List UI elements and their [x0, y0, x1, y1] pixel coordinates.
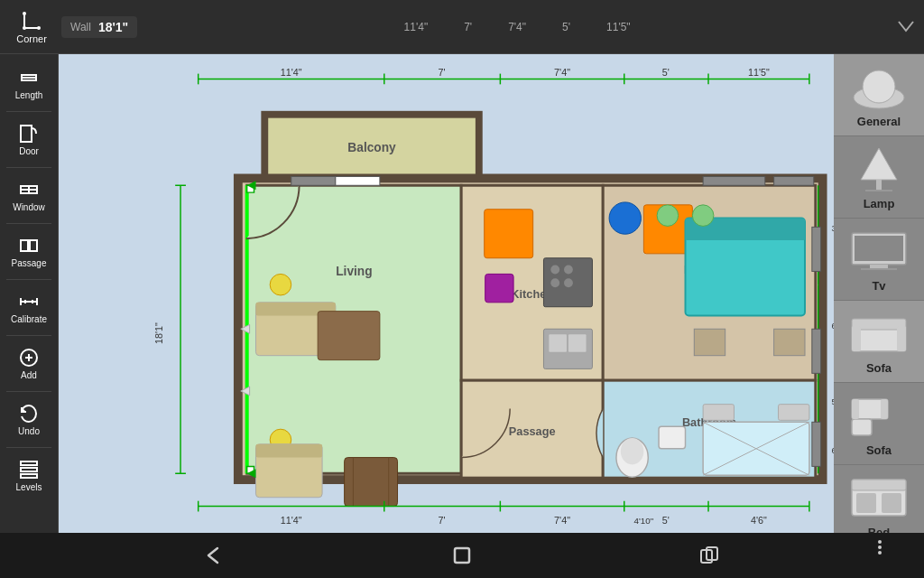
panel-item-sofa2[interactable]: Sofa [834, 383, 924, 465]
calibrate-tool[interactable]: Calibrate [3, 285, 55, 330]
svg-text:5': 5' [662, 515, 670, 526]
svg-text:11'4": 11'4" [281, 515, 302, 526]
svg-rect-125 [812, 422, 821, 466]
svg-rect-147 [856, 493, 876, 513]
wall-indicator: Wall 18'1" [61, 16, 137, 38]
svg-rect-148 [882, 493, 901, 513]
undo-tool[interactable]: Undo [3, 397, 55, 442]
svg-rect-9 [21, 240, 28, 251]
svg-text:11'5": 11'5" [748, 67, 770, 78]
svg-point-1 [23, 26, 26, 30]
panel-item-bed[interactable]: Bed [834, 465, 924, 533]
svg-point-156 [878, 545, 882, 549]
levels-tool[interactable]: Levels [3, 453, 55, 498]
tv-shape [847, 226, 910, 275]
svg-rect-123 [812, 227, 821, 271]
svg-rect-60 [345, 458, 398, 507]
svg-rect-79 [694, 329, 725, 355]
divider2 [6, 167, 51, 168]
svg-rect-144 [881, 399, 888, 419]
panel-item-general[interactable]: General [834, 54, 924, 136]
left-sidebar: Length Door Window Passage [0, 54, 59, 533]
svg-rect-146 [852, 480, 906, 490]
add-tool[interactable]: Add [3, 341, 55, 386]
lamp-shape [847, 144, 910, 193]
svg-text:18'1": 18'1" [153, 322, 164, 344]
svg-point-83 [621, 438, 644, 464]
divider7 [6, 447, 51, 448]
bed-shape [847, 472, 910, 522]
svg-point-55 [270, 274, 291, 295]
svg-point-66 [550, 266, 559, 275]
svg-rect-139 [852, 326, 861, 351]
svg-rect-63 [485, 274, 513, 302]
svg-rect-20 [21, 468, 37, 471]
bottom-nav-bar [0, 533, 924, 578]
svg-rect-10 [30, 240, 37, 251]
panel-item-tv[interactable]: Tv [834, 219, 924, 301]
window-tool[interactable]: Window [3, 173, 55, 218]
svg-text:7'4": 7'4" [554, 67, 570, 78]
panel-item-sofa1[interactable]: Sofa [834, 301, 924, 383]
svg-rect-64 [485, 210, 533, 258]
svg-point-73 [609, 202, 641, 234]
svg-rect-72 [568, 334, 587, 352]
top-toolbar: Corner Wall 18'1" 11'4" 7' 7'4" 5' 11'5" [0, 0, 924, 54]
svg-rect-89 [779, 405, 809, 421]
top-dimension-bar: 11'4" 7' 7'4" 5' 11'5" [137, 21, 897, 33]
recents-button[interactable] [679, 536, 741, 575]
svg-rect-80 [774, 329, 805, 355]
svg-rect-134 [855, 236, 903, 261]
main-content: Length Door Window Passage [0, 54, 924, 533]
svg-text:4'6": 4'6" [751, 515, 767, 526]
floor-plan-canvas[interactable]: 11'4" 7' 7'4" 5' 11'5" [59, 54, 834, 533]
divider5 [6, 335, 51, 336]
svg-point-68 [550, 278, 559, 287]
length-tool[interactable]: Length [3, 61, 55, 106]
svg-rect-5 [21, 126, 32, 142]
door-tool[interactable]: Door [3, 117, 55, 162]
divider6 [6, 391, 51, 392]
svg-text:7'4": 7'4" [554, 515, 570, 526]
svg-rect-121 [703, 176, 765, 185]
svg-rect-19 [21, 461, 37, 465]
home-button[interactable] [431, 536, 493, 575]
back-button[interactable] [183, 536, 245, 575]
right-panel: General Lamp Tv [834, 54, 924, 533]
panel-item-lamp[interactable]: Lamp [834, 136, 924, 219]
svg-rect-120 [336, 176, 380, 185]
svg-rect-21 [21, 474, 37, 478]
general-shape [847, 61, 910, 111]
passage-tool[interactable]: Passage [3, 229, 55, 274]
svg-rect-152 [455, 548, 469, 563]
svg-rect-142 [852, 419, 872, 435]
svg-marker-130 [861, 148, 897, 180]
svg-text:7': 7' [439, 515, 446, 526]
svg-rect-143 [852, 399, 859, 419]
svg-text:5': 5' [662, 67, 670, 78]
svg-rect-71 [549, 334, 567, 352]
svg-text:4'10": 4'10" [634, 516, 654, 526]
svg-text:11'4": 11'4" [281, 67, 302, 78]
more-button[interactable] [849, 527, 910, 567]
divider1 [6, 111, 51, 112]
svg-rect-124 [812, 329, 821, 373]
svg-rect-119 [291, 176, 336, 185]
svg-point-67 [564, 266, 573, 275]
divider4 [6, 279, 51, 280]
svg-point-155 [878, 540, 882, 544]
svg-point-129 [863, 70, 895, 103]
svg-text:Balcony: Balcony [347, 141, 396, 154]
svg-text:Living: Living [336, 265, 372, 278]
svg-text:3'8": 3'8" [831, 223, 834, 233]
svg-text:7': 7' [439, 67, 446, 78]
sofa1-shape [847, 308, 910, 358]
svg-rect-59 [255, 444, 322, 458]
svg-text:6'1": 6'1" [831, 445, 834, 455]
corner-tool[interactable]: Corner [9, 5, 54, 49]
divider3 [6, 223, 51, 224]
svg-text:5': 5' [831, 396, 834, 406]
svg-point-0 [23, 12, 26, 15]
svg-rect-84 [659, 426, 685, 449]
svg-rect-122 [774, 176, 814, 185]
